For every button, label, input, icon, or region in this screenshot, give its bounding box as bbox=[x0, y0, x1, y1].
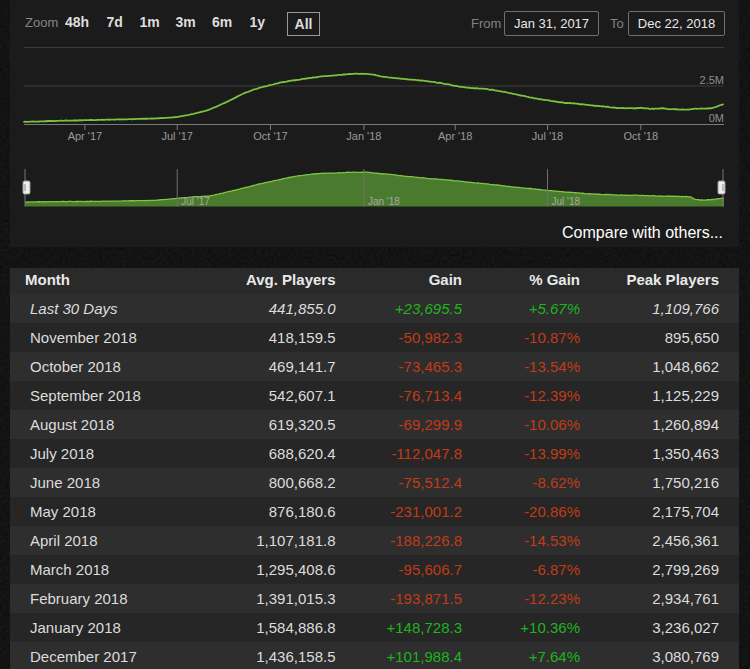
svg-text:Jul '17: Jul '17 bbox=[181, 196, 210, 207]
svg-text:2.5M: 2.5M bbox=[700, 74, 724, 86]
svg-text:Jan '18: Jan '18 bbox=[346, 130, 381, 142]
svg-text:0M: 0M bbox=[709, 112, 724, 124]
svg-text:Jul '18: Jul '18 bbox=[532, 130, 563, 142]
svg-text:Oct '18: Oct '18 bbox=[624, 130, 659, 142]
svg-text:Jul '18: Jul '18 bbox=[552, 196, 581, 207]
svg-text:Apr '18: Apr '18 bbox=[438, 130, 473, 142]
svg-text:Apr '17: Apr '17 bbox=[68, 130, 103, 142]
svg-text:Jan '18: Jan '18 bbox=[368, 196, 400, 207]
svg-text:Oct '17: Oct '17 bbox=[253, 130, 288, 142]
svg-text:Jul '17: Jul '17 bbox=[161, 130, 192, 142]
